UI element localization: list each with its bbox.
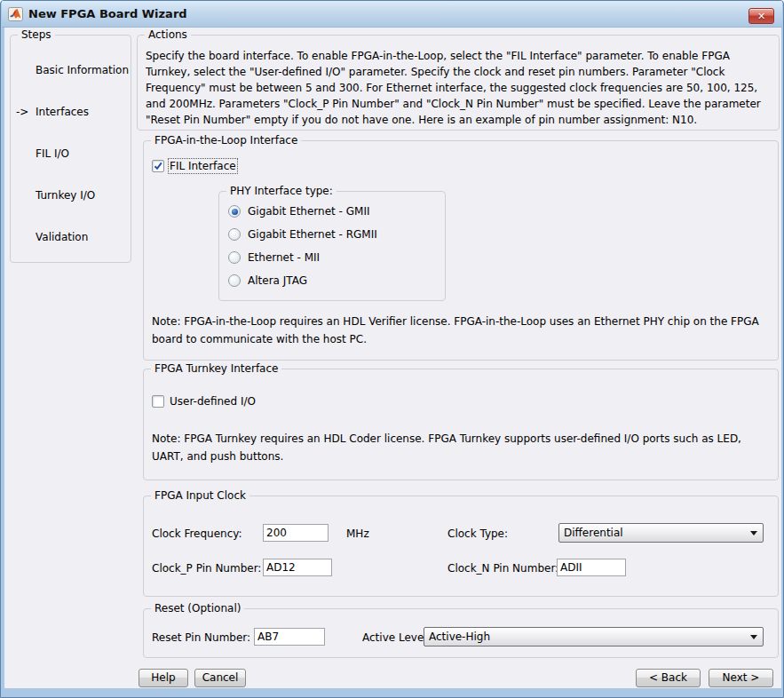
user-defined-io-checkbox-row: User-defined I/O	[152, 395, 256, 408]
radio-ethernet-mii[interactable]: Ethernet - MII	[228, 251, 320, 264]
actions-panel: Actions Specify the board interface. To …	[137, 35, 780, 131]
phy-interface-type-title: PHY Interface type:	[226, 185, 337, 197]
clock-frequency-unit: MHz	[346, 527, 369, 540]
active-level-select[interactable]: Active-High	[424, 627, 764, 646]
turnkey-note: Note: FPGA Turnkey requires an HDL Coder…	[152, 430, 772, 465]
fil-interface-group-title: FPGA-in-the-Loop Interface	[151, 134, 301, 147]
active-level-value: Active-High	[429, 631, 490, 643]
user-defined-io-checkbox[interactable]	[152, 395, 164, 408]
wizard-window: New FPGA Board Wizard ✕ Steps Basic Info…	[0, 0, 784, 698]
step-item-fil-io: FIL I/O	[36, 147, 69, 160]
fpga-input-clock-title: FPGA Input Clock	[151, 489, 249, 502]
turnkey-interface-group: FPGA Turnkey Interface User-defined I/O …	[143, 369, 779, 480]
fpga-input-clock-group: FPGA Input Clock Clock Frequency: MHz Cl…	[143, 496, 779, 597]
radio-ethernet-mii-label: Ethernet - MII	[248, 251, 320, 264]
checkmark-icon	[154, 162, 162, 171]
clock-n-pin-input[interactable]	[557, 559, 626, 576]
next-button[interactable]: Next >	[709, 669, 773, 687]
step-item-turnkey-io: Turnkey I/O	[36, 189, 95, 202]
reset-pin-input[interactable]	[254, 628, 325, 646]
radio-unselected-icon	[228, 274, 241, 287]
radio-gigabit-ethernet-gmii-label: Gigabit Ethernet - GMII	[248, 205, 369, 218]
radio-selected-icon	[228, 205, 241, 218]
reset-pin-label: Reset Pin Number:	[152, 631, 250, 644]
turnkey-interface-group-title: FPGA Turnkey Interface	[151, 362, 281, 375]
close-icon: ✕	[757, 12, 765, 21]
step-item-validation: Validation	[36, 231, 88, 243]
cancel-button[interactable]: Cancel	[194, 669, 246, 687]
fil-interface-checkbox-label: FIL Interface	[170, 160, 236, 172]
fil-interface-checkbox[interactable]	[152, 160, 164, 172]
clock-type-label: Clock Type:	[447, 527, 508, 540]
phy-interface-type-group: PHY Interface type: Gigabit Ethernet - G…	[218, 191, 446, 301]
clock-type-value: Differential	[564, 527, 623, 539]
radio-altera-jtag[interactable]: Altera JTAG	[228, 274, 307, 287]
clock-p-pin-input[interactable]	[263, 559, 332, 576]
radio-gigabit-ethernet-rgmii-label: Gigabit Ethernet - RGMII	[248, 228, 377, 241]
steps-panel-title: Steps	[18, 28, 55, 41]
radio-gigabit-ethernet-gmii[interactable]: Gigabit Ethernet - GMII	[228, 205, 369, 218]
fil-interface-group: FPGA-in-the-Loop Interface FIL Interface…	[143, 140, 779, 361]
radio-unselected-icon	[228, 251, 241, 264]
back-button[interactable]: < Back	[636, 669, 701, 687]
clock-p-pin-label: Clock_P Pin Number:	[152, 562, 261, 575]
fil-note: Note: FPGA-in-the-Loop requires an HDL V…	[152, 313, 772, 348]
close-button[interactable]: ✕	[748, 8, 774, 24]
actions-title: Actions	[145, 28, 191, 41]
clock-frequency-input[interactable]	[263, 524, 329, 542]
step-item-basic-information: Basic Information	[36, 64, 129, 76]
steps-panel: Steps Basic Information -> Interfaces FI…	[10, 35, 131, 263]
active-level-label: Active Level:	[362, 631, 431, 644]
step-item-interfaces: Interfaces	[36, 106, 89, 118]
user-defined-io-checkbox-label: User-defined I/O	[170, 395, 256, 408]
radio-unselected-icon	[228, 228, 241, 241]
actions-description: Specify the board interface. To enable F…	[146, 48, 772, 128]
window-title: New FPGA Board Wizard	[28, 7, 187, 20]
clock-n-pin-label: Clock_N Pin Number:	[447, 562, 558, 575]
fil-interface-checkbox-row: FIL Interface	[152, 160, 236, 172]
clock-type-select[interactable]: Differential	[558, 523, 764, 543]
client-area: Steps Basic Information -> Interfaces FI…	[4, 28, 781, 688]
title-bar: New FPGA Board Wizard ✕	[2, 1, 782, 28]
matlab-app-icon	[8, 7, 23, 21]
radio-altera-jtag-label: Altera JTAG	[248, 274, 307, 287]
dropdown-arrow-icon	[750, 531, 757, 535]
dropdown-arrow-icon	[750, 635, 757, 639]
clock-frequency-label: Clock Frequency:	[152, 527, 242, 540]
reset-group: Reset (Optional) Reset Pin Number: Activ…	[143, 608, 779, 658]
current-step-arrow-icon: ->	[16, 106, 28, 118]
help-button[interactable]: Help	[139, 669, 188, 687]
reset-group-title: Reset (Optional)	[151, 602, 244, 615]
radio-gigabit-ethernet-rgmii[interactable]: Gigabit Ethernet - RGMII	[228, 228, 377, 241]
